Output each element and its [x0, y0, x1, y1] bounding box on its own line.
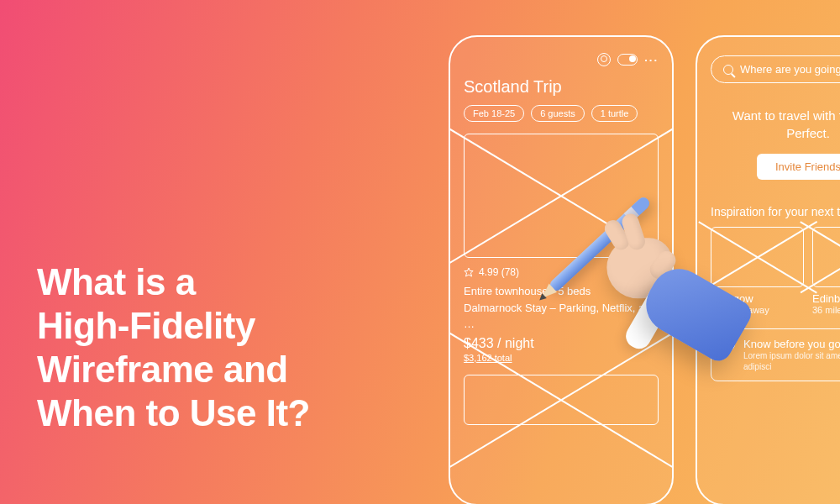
chip-pets[interactable]: 1 turtle [591, 105, 638, 122]
more-icon[interactable]: ··· [644, 54, 659, 66]
friends-block: Want to travel with friends? Perfect. In… [711, 107, 840, 180]
city-card[interactable]: Edinburgh 36 miles away [812, 227, 840, 315]
inspiration-label: Inspiration for your next trip [711, 205, 840, 218]
search-input[interactable]: Where are you going? [711, 55, 840, 83]
search-icon [723, 65, 733, 75]
city-image-placeholder [812, 227, 840, 287]
phone-topbar: ··· [464, 50, 659, 69]
toggle-switch[interactable] [617, 54, 638, 66]
search-placeholder: Where are you going? [740, 63, 840, 76]
star-icon [464, 267, 474, 277]
chip-dates[interactable]: Feb 18-25 [464, 105, 524, 122]
rating-value: 4.99 (78) [479, 266, 519, 278]
chip-guests[interactable]: 6 guests [531, 105, 585, 122]
city-image-placeholder [711, 227, 804, 287]
listing-image-placeholder-2[interactable] [464, 375, 659, 425]
invite-friends-button[interactable]: Invite Friends [757, 154, 840, 180]
phone-search: Where are you going? Want to travel with… [696, 35, 840, 504]
city-distance: 36 miles away [812, 305, 840, 315]
trip-title: Scotland Trip [464, 77, 659, 97]
info-title: Know before you go [743, 338, 840, 350]
friends-text: Want to travel with friends? Perfect. [711, 107, 840, 142]
city-name: Edinburgh [812, 292, 840, 305]
info-subtitle: Lorem ipsum dolor sit amet, consectetur … [743, 350, 840, 372]
avatar-icon[interactable] [597, 53, 611, 66]
filter-chips: Feb 18-25 6 guests 1 turtle [464, 105, 659, 122]
svg-marker-0 [465, 268, 473, 276]
page-headline: What is aHigh-FidelityWireframe andWhen … [37, 260, 310, 435]
